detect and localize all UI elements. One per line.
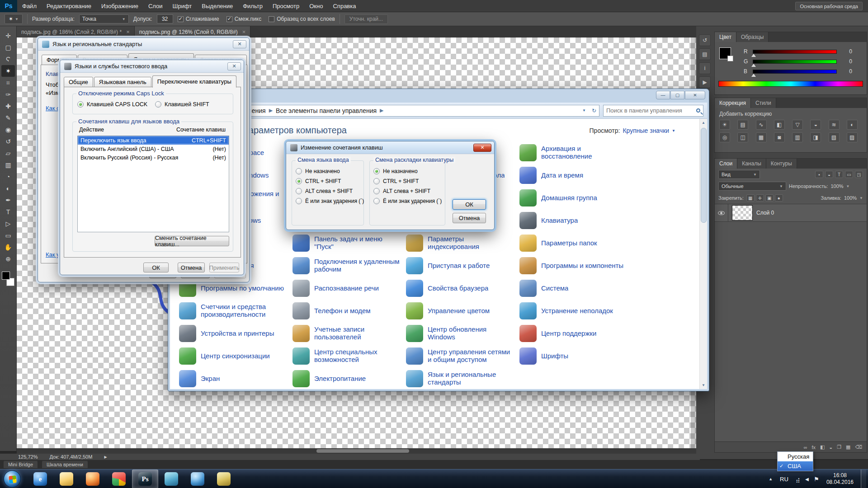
panel-tab[interactable]: Каналы: [737, 159, 766, 169]
layer-visibility-toggle[interactable]: [715, 204, 728, 222]
radio-option[interactable]: Не назначено: [296, 168, 361, 174]
control-panel-item[interactable]: Приступая к работе: [406, 257, 519, 274]
control-panel-item[interactable]: Устранение неполадок: [519, 302, 633, 319]
radio-option[interactable]: Ё или знак ударения (`): [296, 198, 361, 204]
scrollbar-thumb[interactable]: [701, 128, 707, 223]
color-lookup-icon[interactable]: ▦: [756, 132, 767, 142]
cancel-button[interactable]: Отмена: [178, 263, 205, 272]
properties-panel-icon[interactable]: ▤: [699, 48, 711, 60]
search-input[interactable]: [606, 107, 696, 114]
link-layers-icon[interactable]: ∞: [804, 445, 807, 450]
move-tool-icon[interactable]: ✛: [1, 30, 15, 42]
radio-option[interactable]: CTRL + SHIFT: [373, 178, 442, 184]
path-select-tool-icon[interactable]: ▷: [1, 218, 15, 230]
control-panel-item[interactable]: Центр синхронизации: [179, 347, 292, 365]
color-spectrum-ramp[interactable]: [718, 81, 863, 87]
lock-transparency-icon[interactable]: ▦: [746, 194, 755, 202]
control-panel-item[interactable]: Параметры папок: [519, 235, 633, 252]
control-panel-item[interactable]: Учетные записи пользователей: [292, 325, 406, 342]
control-panel-item[interactable]: Устройства и принтеры: [179, 325, 292, 342]
control-panel-item[interactable]: Электропитание: [292, 370, 406, 387]
control-panel-item[interactable]: Распознавание речи: [292, 280, 406, 297]
foreground-color-swatch[interactable]: [2, 272, 10, 280]
slider-knob[interactable]: [751, 64, 756, 67]
control-panel-item[interactable]: Шрифты: [519, 347, 633, 365]
panel-tab[interactable]: Коррекция: [715, 98, 751, 108]
fill-value[interactable]: 100%: [844, 195, 857, 201]
sample-size-dropdown[interactable]: Точка ▼: [79, 14, 129, 23]
eraser-tool-icon[interactable]: ▱: [1, 147, 15, 159]
slider-knob[interactable]: [751, 54, 756, 57]
menu-item[interactable]: Изображение: [96, 0, 143, 12]
blend-mode-dropdown[interactable]: Обычные ▼: [718, 182, 786, 191]
close-button[interactable]: ✕: [685, 91, 705, 99]
close-icon[interactable]: ✕: [473, 144, 491, 152]
photoshop-icon[interactable]: Ps: [132, 469, 158, 488]
dialog-tab[interactable]: Переключение клавиатуры: [152, 75, 236, 88]
clock[interactable]: 16:08 08.04.2016: [826, 472, 854, 486]
radio-option[interactable]: Не назначено: [373, 168, 442, 174]
notes-app-icon[interactable]: [211, 469, 237, 488]
menu-item[interactable]: Просмотр: [268, 0, 304, 12]
black-white-icon[interactable]: ◐: [847, 120, 858, 130]
apply-button[interactable]: Применить: [209, 263, 239, 272]
breadcrumb-segment[interactable]: Все элементы панели управления: [276, 107, 377, 114]
firefox-icon[interactable]: [80, 469, 106, 488]
layer-group-icon[interactable]: ❐: [837, 444, 841, 450]
view-selector[interactable]: Просмотр: Крупные значки ▼: [590, 127, 675, 134]
filter-adjustment-layers-icon[interactable]: ◒: [825, 171, 833, 178]
refresh-icon[interactable]: ↻: [589, 108, 599, 114]
scroll-up-icon[interactable]: ▲: [700, 119, 707, 127]
control-panel-item[interactable]: Домашняя группа: [519, 189, 633, 206]
history-panel-icon[interactable]: ↺: [699, 34, 711, 46]
volume-icon[interactable]: ◄: [804, 476, 810, 483]
hotkey-row[interactable]: Переключить язык ввода CTRL+SHIFT: [78, 136, 229, 145]
healing-brush-tool-icon[interactable]: ✚: [1, 100, 15, 112]
shape-tool-icon[interactable]: ▭: [1, 230, 15, 241]
control-panel-item[interactable]: Центр управления сетями и общим доступом: [406, 347, 519, 365]
show-desktop-button[interactable]: [861, 469, 866, 488]
explorer-folder-icon[interactable]: [53, 469, 80, 488]
brightness-contrast-icon[interactable]: ☀: [719, 120, 730, 130]
control-panel-item[interactable]: Экран: [179, 370, 292, 387]
color-slider-track[interactable]: [753, 70, 837, 74]
control-panel-item[interactable]: Язык и региональные стандарты: [406, 370, 519, 387]
marquee-tool-icon[interactable]: ▢: [1, 42, 15, 53]
option-checkbox[interactable]: Сглаживание: [178, 16, 219, 22]
levels-icon[interactable]: ▤: [737, 120, 748, 130]
filter-smart-objects-icon[interactable]: ◳: [855, 171, 863, 178]
internet-explorer-icon[interactable]: e: [27, 469, 53, 488]
bottom-panel-tab[interactable]: Mini Bridge: [4, 461, 38, 468]
radio-option[interactable]: ALT слева + SHIFT: [373, 188, 442, 194]
lasso-tool-icon[interactable]: Ϛ: [1, 53, 15, 65]
network-icon[interactable]: ⣴: [796, 476, 800, 483]
control-panel-item[interactable]: Дата и время: [519, 167, 633, 184]
change-key-sequence-button[interactable]: Сменить сочетание клавиш...: [155, 236, 229, 246]
dodge-tool-icon[interactable]: ◐: [1, 183, 15, 194]
control-panel-item[interactable]: Панель задач и меню "Пуск": [292, 235, 406, 252]
hotkey-row[interactable]: Включить Русский (Россия) - Русская (Нет…: [78, 153, 229, 162]
control-panel-item[interactable]: Центр специальных возможностей: [292, 347, 406, 365]
gradient-map-icon[interactable]: ▨: [847, 132, 858, 142]
radio-option[interactable]: Клавишей CAPS LOCK: [77, 101, 155, 108]
filter-pixel-layers-icon[interactable]: ▪: [815, 171, 823, 178]
hotkeys-list[interactable]: Переключить язык ввода CTRL+SHIFT Включи…: [77, 136, 229, 232]
maximize-button[interactable]: ▢: [670, 91, 684, 99]
dialog-tab[interactable]: Общие: [64, 77, 93, 87]
control-panel-item[interactable]: Подключения к удаленным рабочим: [292, 257, 406, 274]
tool-preset-picker[interactable]: ✶ ▼: [5, 14, 23, 24]
close-icon[interactable]: ✕: [233, 40, 246, 48]
lock-all-icon[interactable]: ●: [775, 194, 783, 202]
view-value[interactable]: Крупные значки: [623, 127, 669, 134]
threshold-icon[interactable]: ◨: [810, 132, 821, 142]
control-panel-item[interactable]: Центр поддержки: [519, 325, 633, 342]
breadcrumb[interactable]: Панель управления▶Все элементы панели уп…: [204, 105, 599, 117]
new-layer-icon[interactable]: ▦: [846, 444, 850, 450]
panel-tab[interactable]: Стили: [751, 98, 776, 108]
control-panel-item[interactable]: Программы и компоненты: [519, 257, 633, 274]
layer-effects-icon[interactable]: fx: [812, 445, 816, 450]
zoom-tool-icon[interactable]: ⊕: [1, 253, 15, 265]
pen-tool-icon[interactable]: ✒: [1, 194, 15, 206]
radio-option[interactable]: CTRL + SHIFT: [296, 178, 361, 184]
selective-color-icon[interactable]: ▧: [829, 132, 840, 142]
